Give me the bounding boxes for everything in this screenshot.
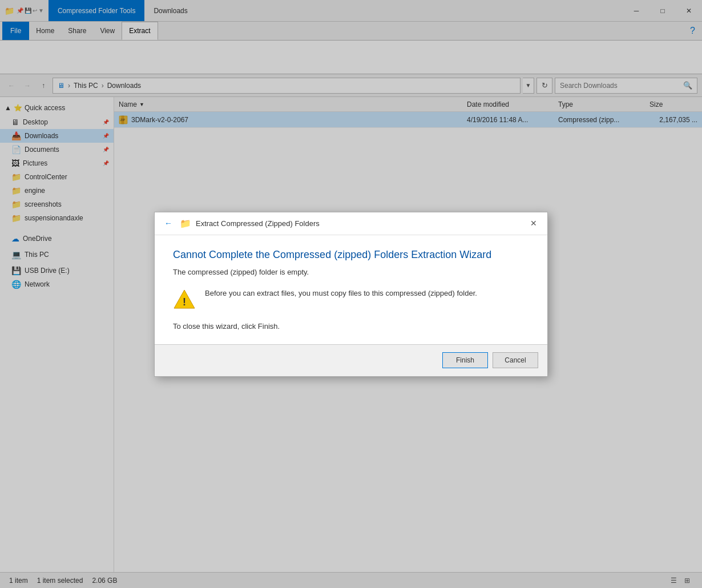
svg-text:!: ! (183, 296, 186, 308)
dialog-back-button[interactable]: ← (162, 216, 175, 230)
dialog-body: Cannot Complete the Compressed (zipped) … (155, 235, 547, 344)
dialog-title-text: Extract Compressed (Zipped) Folders (196, 219, 522, 228)
warning-triangle-icon: ! (173, 288, 196, 311)
dialog-subtitle: The compressed (zipped) folder is empty. (173, 268, 529, 276)
dialog-titlebar: ← 📁 Extract Compressed (Zipped) Folders … (155, 212, 547, 235)
dialog-warning-text: Before you can extract files, you must c… (205, 288, 477, 299)
dialog-footer-instruction: To close this wizard, click Finish. (173, 322, 529, 331)
dialog-close-button[interactable]: ✕ (527, 216, 540, 230)
dialog-error-title: Cannot Complete the Compressed (zipped) … (173, 249, 529, 261)
dialog-overlay: ← 📁 Extract Compressed (Zipped) Folders … (0, 0, 702, 588)
dialog-title-icon: 📁 (180, 218, 191, 229)
dialog-cancel-button[interactable]: Cancel (493, 352, 538, 368)
dialog-footer: Finish Cancel (155, 344, 547, 376)
dialog-warning-box: ! Before you can extract files, you must… (173, 288, 529, 311)
extract-dialog: ← 📁 Extract Compressed (Zipped) Folders … (154, 212, 548, 377)
dialog-finish-button[interactable]: Finish (442, 352, 488, 368)
